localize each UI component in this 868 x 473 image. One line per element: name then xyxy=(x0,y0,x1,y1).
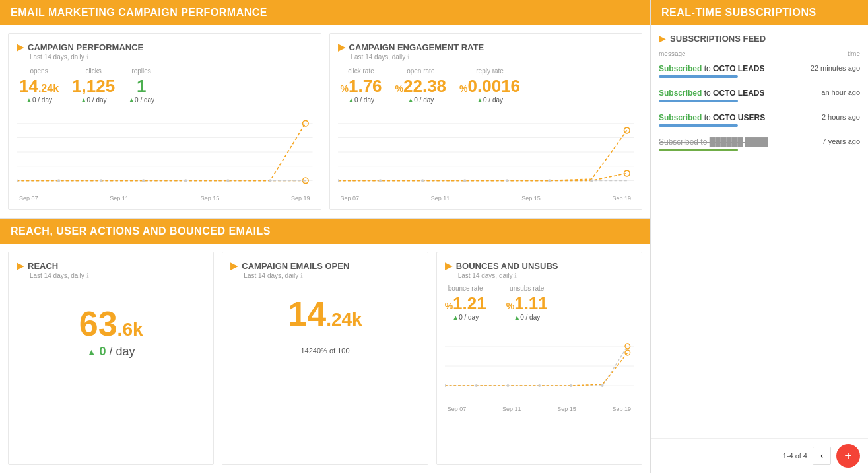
reach-per-day: ▲ 0 / day xyxy=(87,345,135,359)
subscription-item-3: Subscribed to OCTO USERS 2 hours ago xyxy=(659,113,860,128)
info-icon2[interactable]: ℹ xyxy=(407,54,410,61)
sub-left-3: Subscribed to OCTO USERS xyxy=(659,113,815,128)
sub-bar-1 xyxy=(659,75,738,78)
sub-bar-3 xyxy=(659,124,738,127)
progress-label: 14240% of 100 xyxy=(300,347,349,355)
bounce-per-day: ▲0 / day xyxy=(452,314,479,321)
emails-open-subtitle: Last 14 days, daily ℹ xyxy=(244,272,419,279)
reply-rate-value: %0.0016 xyxy=(459,76,520,96)
arrow-icon3: ▶ xyxy=(17,260,24,271)
svg-point-37 xyxy=(570,384,572,387)
clicks-value: 1,125 xyxy=(72,76,115,96)
add-button[interactable]: + xyxy=(836,444,860,468)
campaign-performance-card: ▶ CAMPAIGN PERFORMANCE Last 14 days, dai… xyxy=(8,33,321,210)
svg-point-26 xyxy=(548,179,551,182)
sub-bar-4 xyxy=(659,149,738,151)
clicks-metric: clicks 1,125 ▲0 / day xyxy=(72,67,115,104)
svg-point-23 xyxy=(421,179,424,182)
reach-title: ▶ REACH xyxy=(17,260,205,271)
svg-point-38 xyxy=(601,384,603,387)
emails-open-card: ▶ CAMPAIGN EMAILS OPEN Last 14 days, dai… xyxy=(222,252,428,465)
subscription-item-1: Subscribed to OCTO LEADS 22 minutes ago xyxy=(659,64,860,79)
engagement-rate-card: ▶ CAMPAIGN ENGAGEMENT RATE Last 14 days,… xyxy=(329,33,643,210)
sub-table-header: message time xyxy=(659,50,860,57)
realtime-title: REAL-TIME SUBSCRIPTIONS xyxy=(651,0,868,25)
sub-time-2: an hour ago xyxy=(821,89,860,96)
svg-point-11 xyxy=(184,179,187,182)
emails-open-big-number: 14.24k xyxy=(288,297,362,331)
svg-point-10 xyxy=(142,179,145,182)
sub-message-2: Subscribed to OCTO LEADS xyxy=(659,89,815,98)
bottom-cards: ▶ REACH Last 14 days, daily ℹ 63.6k ▲ 0 … xyxy=(0,244,650,473)
sub-message-4: Subscribed to ██████ ████ xyxy=(659,137,816,147)
reach-big-number: 63.6k xyxy=(79,307,143,341)
reply-rate-metric: reply rate %0.0016 ▲0 / day xyxy=(459,67,520,104)
main-title: EMAIL MARKETING CAMPAIGN PERFORMANCE xyxy=(0,0,650,25)
engagement-dates: Sep 07 Sep 11 Sep 15 Sep 19 xyxy=(338,195,634,201)
svg-point-22 xyxy=(378,179,381,182)
sub-feed-title: SUBSCRIPTIONS FEED xyxy=(670,34,766,44)
svg-point-9 xyxy=(100,179,102,182)
sub-left-2: Subscribed to OCTO LEADS xyxy=(659,89,815,104)
subscriptions-content: ▶ SUBSCRIPTIONS FEED message time Subscr… xyxy=(651,25,868,438)
campaign-performance-title: ▶ CAMPAIGN PERFORMANCE xyxy=(17,42,313,52)
clicks-per-day: ▲0 / day xyxy=(81,96,107,104)
replies-value: 1 xyxy=(137,76,146,96)
sub-time-1: 22 minutes ago xyxy=(811,64,860,72)
sub-left-4: Subscribed to ██████ ████ xyxy=(659,137,816,153)
emails-open-title: ▶ CAMPAIGN EMAILS OPEN xyxy=(230,260,419,271)
sub-arrow-icon: ▶ xyxy=(659,33,666,44)
replies-per-day: ▲0 / day xyxy=(128,96,154,104)
arrow-icon2: ▶ xyxy=(338,42,345,52)
sub-left-1: Subscribed to OCTO LEADS xyxy=(659,64,804,79)
pagination-text: 1-4 of 4 xyxy=(783,452,807,460)
bounce-rate-metric: bounce rate %1.21 ▲0 / day xyxy=(445,285,486,321)
subscription-item-4: Subscribed to ██████ ████ 7 years ago xyxy=(659,137,860,153)
emails-open-value-area: 14.24k 14240% of 100 xyxy=(230,279,419,372)
engagement-metrics-row: click rate %1.76 ▲0 / day open rate %22.… xyxy=(338,67,634,104)
sub-strikethrough-text: Subscribed to ██████ ████ xyxy=(659,137,768,147)
svg-point-13 xyxy=(269,179,271,182)
top-section: ▶ CAMPAIGN PERFORMANCE Last 14 days, dai… xyxy=(0,25,650,219)
sub-time-3: 2 hours ago xyxy=(822,113,860,121)
arrow-icon5: ▶ xyxy=(445,260,452,271)
prev-button[interactable]: ‹ xyxy=(813,447,831,465)
subscription-item-2: Subscribed to OCTO LEADS an hour ago xyxy=(659,89,860,104)
open-rate-metric: open rate %22.38 ▲0 / day xyxy=(395,67,447,104)
click-rate-metric: click rate %1.76 ▲0 / day xyxy=(341,67,382,104)
engagement-chart xyxy=(338,109,634,195)
open-rate-value: %22.38 xyxy=(395,76,447,96)
bounces-card: ▶ BOUNCES AND UNSUBS Last 14 days, daily… xyxy=(436,252,642,465)
bounce-dates: Sep 07 Sep 11 Sep 15 Sep 19 xyxy=(445,406,634,412)
sub-message-3: Subscribed to OCTO USERS xyxy=(659,113,815,122)
opens-value: 14.24k xyxy=(19,76,59,96)
campaign-dates: Sep 07 Sep 11 Sep 15 Sep 19 xyxy=(17,195,313,201)
click-rate-per-day: ▲0 / day xyxy=(348,96,374,104)
arrow-icon4: ▶ xyxy=(230,260,238,271)
svg-point-27 xyxy=(590,179,593,182)
info-icon3[interactable]: ℹ xyxy=(86,272,89,279)
svg-point-7 xyxy=(17,179,18,182)
svg-point-34 xyxy=(475,384,477,387)
bounce-rate-value: %1.21 xyxy=(445,293,486,314)
reply-rate-per-day: ▲0 / day xyxy=(477,96,503,104)
bounces-subtitle: Last 14 days, daily ℹ xyxy=(458,272,634,279)
svg-point-35 xyxy=(506,384,509,387)
reach-value-area: 63.6k ▲ 0 / day xyxy=(17,279,205,385)
bounce-metrics: bounce rate %1.21 ▲0 / day unsubs rate %… xyxy=(445,285,634,321)
svg-point-33 xyxy=(445,384,446,387)
info-icon5[interactable]: ℹ xyxy=(514,272,517,279)
unsubs-rate-value: %1.11 xyxy=(506,293,548,314)
engagement-subtitle: Last 14 days, daily ℹ xyxy=(351,54,634,61)
campaign-performance-chart xyxy=(17,109,313,195)
arrow-icon: ▶ xyxy=(17,42,24,52)
unsubs-rate-metric: unsubs rate %1.11 ▲0 / day xyxy=(506,285,548,321)
info-icon[interactable]: ℹ xyxy=(86,54,89,61)
svg-point-8 xyxy=(57,179,60,182)
info-icon4[interactable]: ℹ xyxy=(300,272,303,279)
opens-per-day: ▲0 / day xyxy=(26,96,52,104)
svg-point-25 xyxy=(506,179,508,182)
pagination: 1-4 of 4 ‹ + xyxy=(651,438,868,473)
svg-point-32 xyxy=(625,350,630,355)
sub-message-1: Subscribed to OCTO LEADS xyxy=(659,64,804,73)
